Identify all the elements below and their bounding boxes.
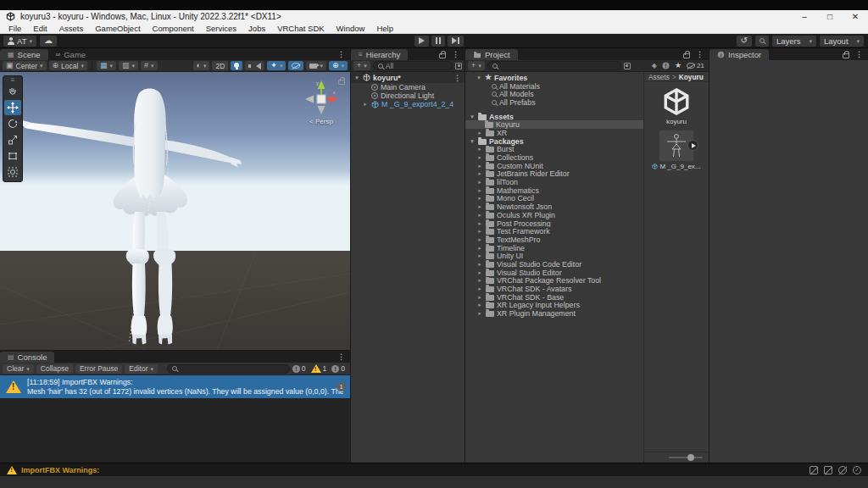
palette-drag-handle-icon[interactable]: ≡ <box>11 78 15 83</box>
console-empty-area[interactable] <box>0 398 350 463</box>
package-row[interactable]: ▸ Visual Studio Code Editor <box>465 260 643 269</box>
create-asset-dropdown[interactable]: +▾ <box>468 61 485 70</box>
menu-item[interactable]: Component <box>147 23 200 34</box>
console-search-field[interactable] <box>167 364 290 374</box>
chevron-right-icon[interactable]: ▸ <box>476 302 483 308</box>
undo-history-button[interactable]: ↺ <box>737 36 752 47</box>
chevron-right-icon[interactable]: ▸ <box>476 179 483 186</box>
clear-button[interactable]: Clear ▾ <box>3 364 34 374</box>
package-row[interactable]: ▸ TextMeshPro <box>465 236 643 244</box>
favorites-header[interactable]: ▾ ★ Favorites <box>465 74 643 82</box>
step-button[interactable] <box>448 36 464 47</box>
package-row[interactable]: ▸ Visual Studio Editor <box>465 269 643 277</box>
search-by-label-icon[interactable]: ! <box>662 62 669 69</box>
effects-dropdown[interactable]: ✦▾ <box>267 61 286 70</box>
hidden-packages-toggle[interactable]: 21 <box>687 62 704 69</box>
chevron-right-icon[interactable]: ▸ <box>476 252 483 259</box>
package-row[interactable]: ▸ Oculus XR Plugin <box>465 211 643 219</box>
thumbnail-zoom-slider[interactable] <box>644 452 709 463</box>
move-tool-button[interactable] <box>4 100 21 115</box>
orientation-gizmo[interactable]: y x < Persp <box>299 77 343 125</box>
hierarchy-search-input[interactable] <box>386 62 448 70</box>
axis-gizmo-icon[interactable]: y x <box>302 77 341 116</box>
folder-row-koyuru[interactable]: Koyuru <box>465 120 643 129</box>
transform-tool-button[interactable] <box>4 164 21 180</box>
cloud-services-button[interactable]: ☁ <box>40 36 57 47</box>
chevron-right-icon[interactable]: ▸ <box>476 170 483 177</box>
chevron-right-icon[interactable]: ▸ <box>476 212 483 219</box>
console-log-entry[interactable]: [11:18:59] ImportFBX Warnings: Mesh 'hai… <box>0 375 350 398</box>
kebab-menu-icon[interactable]: ⋮ <box>334 48 348 60</box>
camera-settings-dropdown[interactable]: ▾ <box>306 61 326 70</box>
save-search-icon[interactable]: ★ <box>675 62 682 69</box>
error-pause-button[interactable]: Error Pause <box>75 364 122 374</box>
packages-root-row[interactable]: ▾ Packages <box>465 137 643 146</box>
warning-count-toggle[interactable]: 1 <box>311 364 327 373</box>
chevron-right-icon[interactable]: ▸ <box>476 277 483 284</box>
preview-play-button[interactable] <box>687 140 698 151</box>
close-button[interactable]: ✕ <box>843 10 868 23</box>
grid-visibility-toggle[interactable]: ▦▾ <box>97 61 116 70</box>
tab-scene[interactable]: ▦ Scene <box>0 49 48 60</box>
package-row[interactable]: ▸ Unity UI <box>465 252 643 260</box>
package-row[interactable]: ▸ Collections <box>465 153 643 162</box>
gizmo-lock-icon[interactable] <box>338 80 345 85</box>
minimize-button[interactable]: – <box>792 10 817 23</box>
status-message[interactable]: ImportFBX Warnings: <box>21 466 99 474</box>
menu-item[interactable]: VRChat SDK <box>271 23 330 34</box>
tab-project[interactable]: Project <box>465 49 518 60</box>
tool-pivot-dropdown[interactable]: ▣ Center ▾ <box>3 61 47 70</box>
package-row[interactable]: ▸ Burst <box>465 146 643 154</box>
package-row[interactable]: ▸ XR Legacy Input Helpers <box>465 302 643 310</box>
collapse-button[interactable]: Collapse <box>36 364 73 374</box>
kebab-menu-icon[interactable]: ⋮ <box>852 48 866 60</box>
package-row[interactable]: ▸ Newtonsoft Json <box>465 202 643 211</box>
shading-mode-dropdown[interactable]: ◐▾ <box>193 61 210 70</box>
package-row[interactable]: ▸ VRChat Package Resolver Tool <box>465 277 643 286</box>
menu-item[interactable]: Edit <box>27 23 53 34</box>
refresh-disabled-icon[interactable] <box>838 466 847 474</box>
tab-hierarchy[interactable]: ≡ Hierarchy <box>351 49 408 60</box>
favorite-search-item[interactable]: All Materials <box>465 82 643 91</box>
search-button[interactable] <box>755 36 769 47</box>
slider-track[interactable] <box>669 457 703 458</box>
search-by-type-icon[interactable]: ◈ <box>652 63 657 69</box>
chevron-down-icon[interactable]: ▾ <box>353 75 360 81</box>
folder-row-xr[interactable]: ▸ XR <box>465 129 643 137</box>
chevron-right-icon[interactable]: ▸ <box>476 261 483 268</box>
package-row[interactable]: ▸ Mathematics <box>465 186 643 195</box>
chevron-right-icon[interactable]: ▸ <box>476 236 483 243</box>
scene-viewport-canvas[interactable] <box>0 72 350 350</box>
lock-icon[interactable] <box>439 53 446 58</box>
menu-item[interactable]: File <box>3 23 27 34</box>
chevron-right-icon[interactable]: ▸ <box>476 310 483 317</box>
account-button[interactable]: AT ▾ <box>3 36 36 47</box>
tab-inspector[interactable]: i Inspector <box>709 49 769 60</box>
breadcrumb-root[interactable]: Assets <box>648 73 670 81</box>
auto-generate-lighting-off-icon[interactable] <box>810 466 818 474</box>
tab-game[interactable]: ∞ Game <box>48 49 94 60</box>
tab-console[interactable]: ▤ Console <box>0 352 54 363</box>
kebab-menu-icon[interactable]: ⋮ <box>334 351 348 363</box>
package-row[interactable]: ▸ JetBrains Rider Editor <box>465 170 643 179</box>
hierarchy-scene-row[interactable]: ▾ koyuru* ⋮ <box>351 72 465 83</box>
rotate-tool-button[interactable] <box>4 116 21 131</box>
gizmos-dropdown[interactable]: ⊕▾ <box>329 61 348 70</box>
package-row[interactable]: ▸ Timeline <box>465 244 643 252</box>
layers-dropdown[interactable]: Layers ▾ <box>772 36 816 47</box>
kebab-menu-icon[interactable]: ⋮ <box>448 48 463 60</box>
menu-item[interactable]: GameObject <box>89 23 146 34</box>
background-activity-icon[interactable]: ✓ <box>853 466 861 474</box>
breadcrumb-current[interactable]: Koyuru <box>679 73 704 81</box>
chevron-down-icon[interactable]: ▾ <box>469 114 476 120</box>
package-row[interactable]: ▸ VRChat SDK - Avatars <box>465 285 643 293</box>
chevron-right-icon[interactable]: ▸ <box>476 195 483 202</box>
play-button[interactable] <box>415 36 429 47</box>
kebab-menu-icon[interactable]: ⋮ <box>693 48 707 60</box>
chevron-right-icon[interactable]: ▸ <box>476 203 483 210</box>
hierarchy-item-main-camera[interactable]: Main Camera <box>351 83 465 92</box>
console-search-input[interactable] <box>180 364 285 373</box>
lock-icon[interactable] <box>843 53 849 58</box>
menu-item[interactable]: Help <box>370 23 399 34</box>
chevron-right-icon[interactable]: ▸ <box>476 294 483 301</box>
